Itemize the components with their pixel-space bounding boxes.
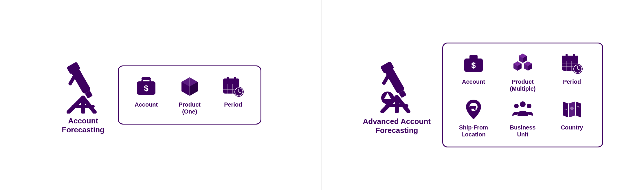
svg-point-70 bbox=[520, 101, 526, 107]
svg-point-69 bbox=[474, 108, 476, 110]
adv-product-multiple-icon bbox=[511, 52, 534, 75]
main-container: AccountForecasting $ Acc bbox=[0, 0, 644, 190]
svg-rect-54 bbox=[562, 56, 578, 61]
account-item: $ Account bbox=[127, 75, 165, 115]
svg-rect-20 bbox=[223, 82, 239, 84]
right-telescope-label: Advanced AccountForecasting bbox=[363, 117, 431, 135]
right-telescope-area: Advanced AccountForecasting bbox=[363, 55, 431, 135]
adv-period-label: Period bbox=[563, 78, 581, 85]
svg-rect-60 bbox=[573, 54, 575, 59]
telescope-icon bbox=[60, 56, 106, 114]
svg-point-71 bbox=[514, 104, 519, 108]
business-unit-label: BusinessUnit bbox=[510, 124, 536, 138]
svg-text:$: $ bbox=[471, 61, 476, 70]
ship-from-label: Ship-FromLocation bbox=[459, 124, 488, 138]
left-grid-box: $ Account Product(One) bbox=[118, 65, 261, 125]
svg-rect-25 bbox=[227, 77, 229, 81]
adv-account-item: $ Account bbox=[452, 52, 495, 92]
product-item: Product(One) bbox=[171, 75, 208, 115]
business-unit-icon bbox=[511, 98, 534, 121]
ship-from-icon bbox=[462, 98, 485, 121]
svg-point-68 bbox=[470, 108, 471, 110]
product-one-icon bbox=[178, 75, 201, 98]
right-grid-box: $ Account bbox=[442, 43, 603, 147]
adv-product-item: Product(Multiple) bbox=[501, 52, 544, 92]
svg-rect-59 bbox=[566, 54, 568, 59]
left-section: AccountForecasting $ Acc bbox=[0, 0, 322, 190]
left-content: AccountForecasting $ Acc bbox=[60, 56, 261, 134]
adv-account-label: Account bbox=[462, 78, 485, 85]
account-label: Account bbox=[135, 101, 158, 108]
country-icon bbox=[560, 98, 584, 121]
ship-from-item: Ship-FromLocation bbox=[452, 98, 495, 138]
right-section: Advanced AccountForecasting $ Account bbox=[322, 0, 644, 190]
period-item: Period bbox=[214, 75, 252, 115]
advanced-telescope-icon bbox=[374, 55, 420, 113]
svg-rect-67 bbox=[469, 107, 472, 109]
right-content: Advanced AccountForecasting $ Account bbox=[363, 43, 603, 147]
left-telescope-area: AccountForecasting bbox=[60, 56, 106, 134]
adv-period-item: Period bbox=[550, 52, 594, 92]
svg-point-72 bbox=[527, 104, 531, 108]
adv-account-icon: $ bbox=[462, 52, 485, 75]
product-one-label: Product(One) bbox=[179, 101, 201, 115]
country-item: Country bbox=[550, 98, 594, 138]
advanced-telescope-wrapper bbox=[374, 55, 420, 114]
svg-text:$: $ bbox=[144, 84, 148, 93]
period-icon bbox=[221, 75, 245, 98]
left-telescope-label: AccountForecasting bbox=[62, 116, 104, 134]
account-icon: $ bbox=[135, 75, 158, 98]
adv-product-multiple-label: Product(Multiple) bbox=[510, 78, 536, 92]
period-label: Period bbox=[224, 101, 242, 108]
svg-rect-26 bbox=[234, 77, 236, 81]
business-unit-item: BusinessUnit bbox=[501, 98, 544, 138]
adv-period-icon bbox=[560, 52, 584, 75]
country-label: Country bbox=[561, 124, 583, 131]
